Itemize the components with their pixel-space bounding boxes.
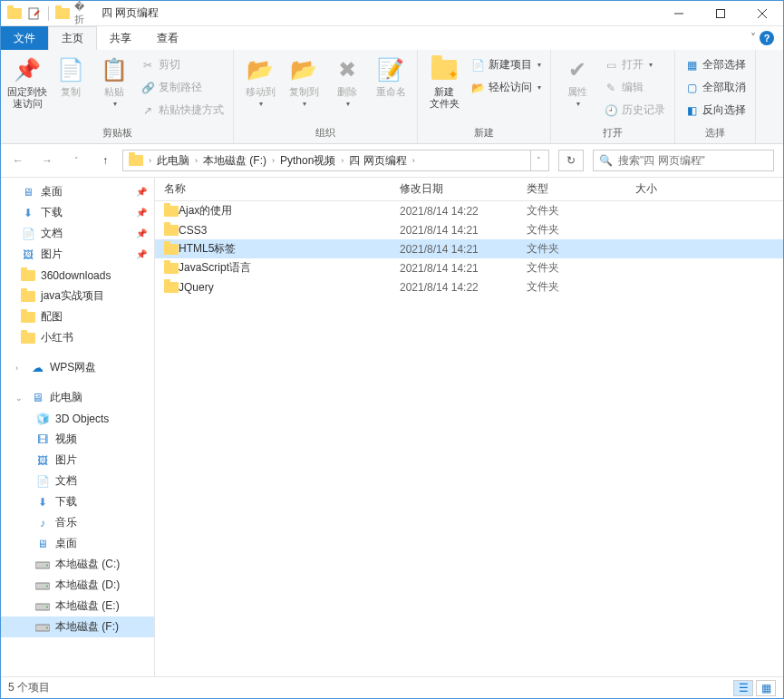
sidebar-item-wps[interactable]: ›☁WPS网盘 [1,357,154,378]
sidebar-item[interactable]: java实战项目 [1,286,154,306]
chevron-down-icon: ▾ [113,100,117,108]
pictures-icon: 🖼 [35,453,50,468]
sidebar-item[interactable]: 本地磁盘 (C:) [1,554,154,575]
sidebar-item-thispc[interactable]: ⌄🖥此电脑 [1,387,154,408]
file-row[interactable]: CSS32021/8/14 14:21文件夹 [155,220,783,239]
move-to-button[interactable]: 📂移动到▾ [239,52,281,117]
file-name: CSS3 [179,224,391,237]
chevron-down-icon[interactable]: ˅ [750,32,756,44]
tab-share[interactable]: 共享 [97,26,144,50]
close-button[interactable] [741,1,783,26]
rename-button[interactable]: 📝重命名 [370,52,411,117]
desktop-icon: 🖥 [35,537,50,551]
sidebar-item[interactable]: ⬇下载📌 [1,202,154,223]
sidebar-item[interactable]: 配图 [1,306,154,327]
breadcrumb[interactable]: › 此电脑 › 本地磁盘 (F:) › Python视频 › 四 网页编程 › … [122,150,549,171]
sidebar-item[interactable]: ♪音乐 [1,512,154,533]
recent-dropdown[interactable]: ˅ [68,152,84,169]
file-row[interactable]: JQuery2021/8/14 14:22文件夹 [155,277,783,296]
sidebar-item[interactable]: 🖼图片 [1,450,154,471]
icons-view-button[interactable]: ▦ [756,680,776,696]
open-button[interactable]: ▭打开▾ [600,55,669,74]
file-row[interactable]: Ajax的使用2021/8/14 14:22文件夹 [155,201,783,220]
sidebar-item[interactable]: 🧊3D Objects [1,408,154,429]
edit-button[interactable]: ✎编辑 [600,78,669,97]
search-input[interactable] [618,154,768,167]
properties-button[interactable]: ✔属性▾ [557,52,598,117]
chevron-right-icon[interactable]: › [193,156,199,165]
sidebar-item[interactable]: 360downloads [1,265,154,286]
file-row[interactable]: JavaScript语言2021/8/14 14:21文件夹 [155,258,783,277]
file-date: 2021/8/14 14:21 [391,224,518,237]
tab-file[interactable]: 文件 [1,26,48,50]
chevron-right-icon[interactable]: › [411,156,417,165]
group-label-new: 新建 [423,124,545,143]
breadcrumb-item[interactable]: Python视频 [276,150,339,170]
sidebar-item[interactable]: ⬇下载 [1,491,154,512]
paste-button[interactable]: 📋 粘贴 ▾ [93,52,135,117]
copy-path-button[interactable]: 🔗复制路径 [137,78,227,97]
maximize-button[interactable] [700,1,741,26]
file-name: HTML5标签 [179,241,391,257]
details-view-button[interactable]: ☰ [733,680,753,696]
new-item-button[interactable]: 📄新建项目▾ [467,55,545,74]
forward-button[interactable]: → [39,152,55,169]
sidebar-item[interactable]: 🖼图片📌 [1,244,154,265]
file-list[interactable]: Ajax的使用2021/8/14 14:22文件夹CSS32021/8/14 1… [155,201,783,676]
sidebar-item[interactable]: 🖥桌面 [1,533,154,554]
chevron-right-icon[interactable]: › [147,156,153,165]
sidebar-item[interactable]: 📄文档📌 [1,223,154,244]
back-button[interactable]: ← [10,152,26,169]
cut-button[interactable]: ✂剪切 [137,55,227,74]
select-all-button[interactable]: ▦全部选择 [681,55,750,74]
sidebar-item[interactable]: 本地磁盘 (E:) [1,596,154,616]
pc-icon: 🖥 [30,391,44,405]
copy-to-icon: 📂 [289,55,318,84]
paste-shortcut-button[interactable]: ↗粘贴快捷方式 [137,101,227,120]
column-date[interactable]: 修改日期 [391,181,518,197]
properties-qat-icon[interactable] [26,5,43,22]
sidebar-item[interactable]: 📄文档 [1,471,154,491]
sidebar-item[interactable]: 🖥桌面📌 [1,181,154,202]
new-folder-button[interactable]: 新建 文件夹 [423,52,465,117]
tab-view[interactable]: 查看 [144,26,191,50]
invert-selection-button[interactable]: ◧反向选择 [681,101,750,120]
minimize-button[interactable] [658,1,700,26]
history-icon: 🕘 [604,103,618,118]
help-icon[interactable]: ? [760,31,774,45]
file-list-pane: 名称 修改日期 类型 大小 Ajax的使用2021/8/14 14:22文件夹C… [155,178,783,676]
svg-point-10 [46,606,48,607]
sidebar-item[interactable]: 🎞视频 [1,429,154,450]
video-icon: 🎞 [35,432,50,447]
column-type[interactable]: 类型 [518,181,626,197]
file-row[interactable]: HTML5标签2021/8/14 14:21文件夹 [155,239,783,258]
tab-home[interactable]: 主页 [48,26,97,50]
ribbon-help[interactable]: ˅ ? [747,26,778,50]
breadcrumb-item[interactable]: 此电脑 [153,150,193,170]
column-size[interactable]: 大小 [626,181,783,197]
select-none-button[interactable]: ▢全部取消 [681,78,750,97]
chevron-right-icon[interactable]: › [339,156,345,165]
quick-access-toolbar: �折 [1,5,96,22]
column-name[interactable]: 名称 [155,181,391,197]
sidebar-item[interactable]: 小红书 [1,327,154,348]
refresh-button[interactable]: ↻ [558,150,584,171]
history-button[interactable]: 🕘历史记录 [600,101,669,120]
search-box[interactable]: 🔍 [593,150,774,171]
copy-button[interactable]: 📄 复制 [50,52,92,117]
pin-quick-access-button[interactable]: 📌 固定到快 速访问 [6,52,48,117]
breadcrumb-item[interactable]: 四 网页编程 [345,150,410,170]
sidebar-item[interactable]: 本地磁盘 (F:) [1,616,154,637]
up-button[interactable]: ↑ [97,152,113,169]
chevron-right-icon[interactable]: › [270,156,276,165]
address-dropdown[interactable]: ˅ [530,150,547,170]
drive-icon [35,620,50,635]
navigation-pane[interactable]: 🖥桌面📌⬇下载📌📄文档📌🖼图片📌360downloadsjava实战项目配图小红… [1,178,155,676]
easy-access-button[interactable]: 📂轻松访问▾ [467,78,545,97]
qat-customize-icon[interactable]: �折 [74,5,91,22]
sidebar-item[interactable]: 本地磁盘 (D:) [1,575,154,596]
copy-to-button[interactable]: 📂复制到▾ [283,52,324,117]
breadcrumb-item[interactable]: 本地磁盘 (F:) [199,150,270,170]
folder-open-icon[interactable] [54,5,71,22]
delete-button[interactable]: ✖删除▾ [326,52,368,117]
